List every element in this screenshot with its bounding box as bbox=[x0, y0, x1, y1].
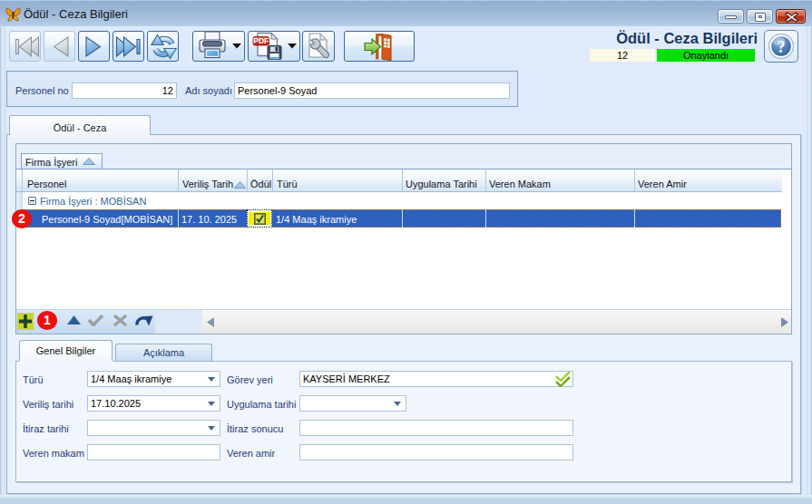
svg-text:?: ? bbox=[778, 38, 786, 56]
svg-text:PDF: PDF bbox=[253, 36, 269, 45]
